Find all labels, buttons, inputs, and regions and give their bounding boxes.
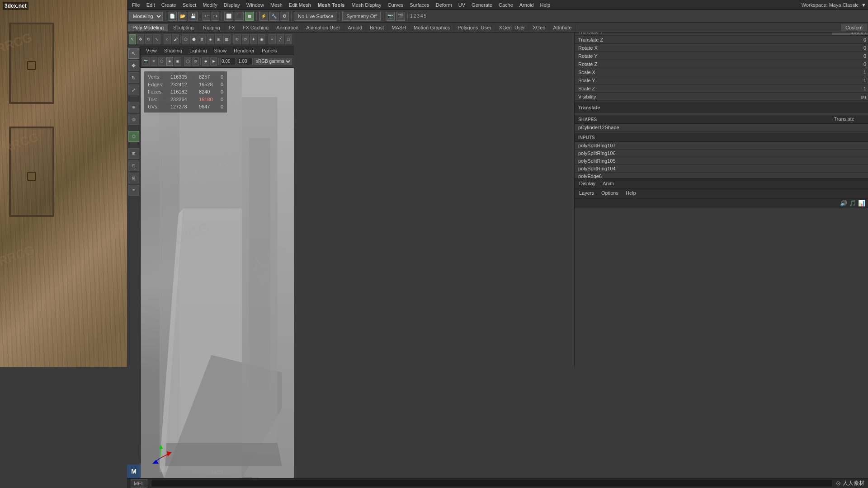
lighting-tab[interactable]: Lighting	[186, 47, 211, 54]
edge-btn[interactable]: ╱	[277, 34, 284, 44]
menu-mesh-display[interactable]: Mesh Display	[348, 1, 384, 9]
tab-sculpting[interactable]: Sculpting	[169, 24, 198, 31]
undo-btn[interactable]: ↩	[203, 12, 210, 21]
tab-animation[interactable]: Animation	[273, 24, 302, 31]
persp-cam-btn[interactable]: 📷	[142, 57, 150, 66]
weld-btn[interactable]: ✦	[250, 34, 257, 44]
field-value1[interactable]	[220, 58, 236, 65]
scale-btn[interactable]: ⤢	[128, 84, 139, 95]
tab-animation-user[interactable]: Animation User	[302, 24, 344, 31]
layout-btn2[interactable]: ⊟	[128, 160, 139, 171]
visibility-input[interactable]	[832, 93, 868, 100]
save-btn[interactable]: 💾	[189, 12, 198, 21]
snap-btn2[interactable]: 🔧	[269, 12, 278, 21]
scale-z-input[interactable]	[832, 85, 868, 92]
menu-help[interactable]: Help	[537, 1, 554, 9]
menu-surfaces[interactable]: Surfaces	[406, 1, 432, 9]
menu-cache[interactable]: Cache	[495, 1, 516, 9]
menu-modify[interactable]: Modify	[199, 1, 220, 9]
menu-display[interactable]: Display	[221, 1, 243, 9]
mel-label[interactable]: MEL	[131, 479, 147, 488]
lasso-btn[interactable]: ○	[164, 34, 171, 44]
sym-btn[interactable]: ⬣	[190, 34, 198, 44]
tab-xgen-user[interactable]: XGen_User	[495, 24, 529, 31]
tab-fx[interactable]: FX	[225, 24, 239, 31]
solid-btn[interactable]: ■	[166, 57, 174, 66]
show-tab[interactable]: Show	[211, 47, 231, 54]
select-tool-btn[interactable]: ↖	[129, 34, 136, 44]
scale-y-input[interactable]	[832, 77, 868, 84]
move-tool-btn[interactable]: ✥	[137, 34, 144, 44]
translate-z-input[interactable]	[832, 36, 868, 43]
playback-btn1[interactable]: ⏮	[202, 57, 209, 66]
main-viewport[interactable]: ✛ RRCG RRCG RRCG 人人素材 人人素材 persp Verts:	[141, 68, 294, 478]
gamma-dropdown[interactable]: sRGB gamma	[254, 58, 292, 65]
audio-icon1[interactable]: 🔊	[840, 200, 847, 206]
fill-btn[interactable]: ▦	[223, 34, 231, 44]
snap-btn1[interactable]: ⚡	[259, 12, 268, 21]
menu-deform[interactable]: Deform	[433, 1, 455, 9]
menu-window[interactable]: Window	[243, 1, 267, 9]
redo-btn[interactable]: ↪	[212, 12, 219, 21]
input-item-0[interactable]: polySplitRing107	[575, 142, 868, 150]
field-value2[interactable]	[237, 58, 253, 65]
loop-btn[interactable]: ⟲	[233, 34, 241, 44]
move-btn[interactable]: ✥	[128, 60, 139, 71]
new-scene-btn[interactable]: 📄	[168, 12, 177, 21]
menu-file[interactable]: File	[129, 1, 143, 9]
tab-fx-caching[interactable]: FX Caching	[239, 24, 273, 31]
options-tab[interactable]: Options	[599, 189, 620, 197]
input-item-3[interactable]: polySplitRing104	[575, 165, 868, 173]
menu-generate[interactable]: Generate	[468, 1, 495, 9]
universal-manip-btn[interactable]: ⊕	[128, 102, 139, 113]
menu-curves[interactable]: Curves	[384, 1, 406, 9]
input-item-2[interactable]: polySplitRing105	[575, 157, 868, 165]
grid-btn[interactable]: #	[151, 57, 158, 66]
show-manip-btn[interactable]: ⬡	[128, 131, 139, 142]
panels-tab[interactable]: Panels	[258, 47, 281, 54]
layout-btn1[interactable]: ⊞	[128, 148, 139, 159]
shading-tab[interactable]: Shading	[160, 47, 186, 54]
snap-btn3[interactable]: ⚙	[280, 12, 289, 21]
layout-btn4[interactable]: ≡	[128, 185, 139, 196]
select-mode3-btn[interactable]: ◼	[245, 12, 254, 21]
menu-mesh-tools[interactable]: Mesh Tools	[314, 1, 349, 9]
textured-btn[interactable]: ▣	[174, 57, 181, 66]
tab-xgen[interactable]: XGen	[529, 24, 549, 31]
rotate-y-input[interactable]	[832, 52, 868, 60]
extrude-btn[interactable]: ⬆	[198, 34, 206, 44]
menu-edit[interactable]: Edit	[143, 1, 158, 9]
scale-tool-btn[interactable]: ⤡	[153, 34, 160, 44]
face-btn[interactable]: □	[285, 34, 292, 44]
no-live-surface-btn[interactable]: No Live Surface	[294, 12, 337, 21]
isolate-btn[interactable]: ◯	[184, 57, 191, 66]
bridge-btn[interactable]: ⊞	[215, 34, 222, 44]
soft-select-btn[interactable]: ⬡	[182, 34, 189, 44]
tab-mash[interactable]: MASH	[388, 24, 410, 31]
tab-attribute[interactable]: Attribute	[549, 24, 576, 31]
tab-rigging[interactable]: Rigging	[198, 24, 225, 31]
menu-mesh[interactable]: Mesh	[267, 1, 286, 9]
tab-polygons-user[interactable]: Polygons_User	[454, 24, 495, 31]
view-tab[interactable]: View	[142, 47, 160, 54]
rotate-tool-btn[interactable]: ↻	[145, 34, 152, 44]
camera-btn[interactable]: 📷	[386, 12, 395, 21]
soft-mod-btn[interactable]: ◎	[128, 114, 139, 125]
mode-dropdown[interactable]: Modeling	[129, 12, 163, 21]
tab-arnold[interactable]: Arnold	[344, 24, 366, 31]
offset-btn[interactable]: ⟳	[242, 34, 249, 44]
paint-select-btn[interactable]: 🖌	[172, 34, 179, 44]
anim-tab[interactable]: Anim	[601, 180, 616, 187]
menu-edit-mesh[interactable]: Edit Mesh	[286, 1, 314, 9]
menu-create[interactable]: Create	[158, 1, 179, 9]
select-mode1-btn[interactable]: ⬜	[224, 12, 233, 21]
shapes-item[interactable]: pCylinder12Shape	[575, 124, 868, 131]
input-item-4[interactable]: polyEdge6	[575, 173, 868, 178]
select-mode2-btn[interactable]: ⬛	[235, 12, 244, 21]
wireframe-btn[interactable]: ⬡	[158, 57, 165, 66]
collapse-btn[interactable]: ◉	[258, 34, 265, 44]
menu-select[interactable]: Select	[179, 1, 200, 9]
render-btn[interactable]: 🎬	[396, 12, 405, 21]
vertex-btn[interactable]: •	[269, 34, 276, 44]
tab-poly-modeling[interactable]: Poly Modeling	[128, 24, 169, 31]
